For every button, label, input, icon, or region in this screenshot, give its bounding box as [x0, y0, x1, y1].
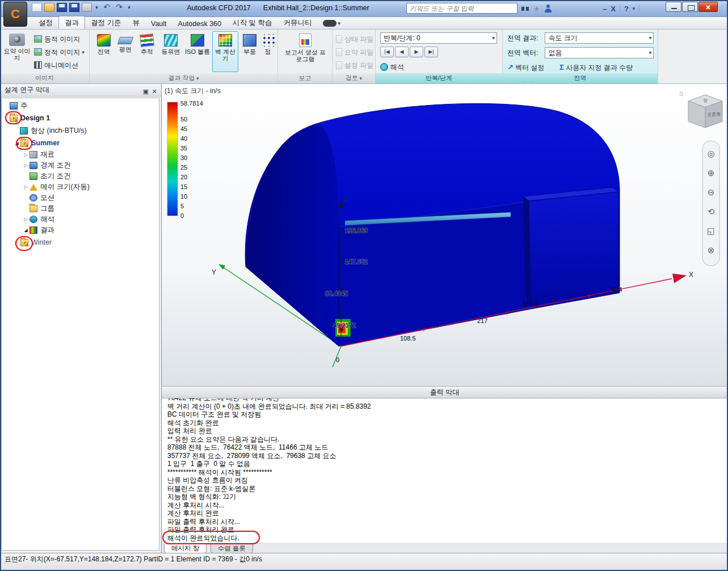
look-at-icon[interactable]: ◱	[707, 226, 715, 236]
global-results-button[interactable]: 전역	[93, 31, 115, 72]
chevron-down-icon[interactable]	[338, 18, 340, 29]
pan-icon[interactable]: ⊕	[708, 168, 715, 178]
step-back-icon[interactable]: ◀	[395, 47, 409, 57]
summary-image-button[interactable]: 요약 이미지	[2, 31, 32, 72]
wall-calculator-button[interactable]: 벽 계산기	[212, 31, 238, 72]
open-file-icon[interactable]	[44, 3, 54, 12]
search-input[interactable]	[406, 3, 517, 14]
expand-arrow-icon[interactable]	[22, 184, 30, 190]
chevron-down-icon[interactable]	[82, 46, 85, 58]
tab-view[interactable]: 뷰	[127, 16, 145, 29]
output-line: *********** 해석이 시작됨 ***********	[167, 468, 728, 477]
solve-button[interactable]: 해석	[380, 61, 404, 72]
tab-setup[interactable]: 설정	[33, 16, 58, 29]
save-icon[interactable]	[57, 3, 67, 12]
chevron-down-icon[interactable]	[94, 3, 99, 12]
close-icon[interactable]: ✕	[152, 86, 157, 98]
tree-item-materials[interactable]: 재료	[2, 149, 159, 160]
tab-getting-started[interactable]: 시작 및 학습	[227, 16, 277, 29]
output-line: 357737 전체 요소, 278099 액체 요소, 79638 고체 요소	[167, 452, 728, 460]
pin-icon[interactable]: ▣	[143, 86, 149, 98]
group-label-review[interactable]: 검토	[333, 73, 375, 83]
expand-arrow-icon[interactable]	[22, 152, 30, 157]
expand-arrow-icon[interactable]	[22, 228, 30, 233]
custom-result-quantity-button[interactable]: 사용자 지정 결과 수량	[559, 61, 633, 73]
traces-button[interactable]: 추적	[136, 31, 158, 72]
solve-icon	[30, 216, 37, 223]
redo-icon[interactable]	[114, 3, 124, 12]
iteration-step-dropdown[interactable]: 반복/단계: 0	[380, 32, 497, 43]
summary-file-button: 요약 파일	[336, 46, 373, 57]
report-generator-button[interactable]: 보고서 생성 프로그램	[283, 31, 328, 72]
cloud-icon[interactable]	[323, 20, 336, 27]
toolbar-overflow-icon[interactable]	[127, 3, 132, 12]
maximize-button[interactable]	[682, 2, 698, 12]
isosurfaces-button[interactable]: 등위면	[158, 31, 184, 72]
dynamic-image-button[interactable]: 동적 이미지	[34, 33, 80, 44]
orbit-icon[interactable]: ⟲	[708, 207, 715, 216]
tree-item-design1[interactable]: Design 1	[2, 112, 159, 124]
parts-button[interactable]: 부품	[239, 31, 260, 72]
tab-results[interactable]: 결과	[58, 16, 85, 29]
isovolumes-button[interactable]: ISO 볼륨	[184, 31, 211, 72]
favorites-star-icon[interactable]	[533, 3, 540, 14]
tree-item-mesh-size[interactable]: 메쉬 크기(자동)	[2, 182, 159, 192]
tab-decision-center[interactable]: 결정 기준	[85, 16, 127, 29]
expand-arrow-icon[interactable]	[13, 141, 20, 146]
search-icon[interactable]	[521, 5, 530, 12]
close-button[interactable]	[698, 2, 718, 12]
output-line: 계산 후처리 시작...	[167, 501, 728, 510]
group-label-result-tasks[interactable]: 결과 작업	[90, 73, 277, 83]
help-icon[interactable]: ?	[624, 5, 629, 13]
steering-wheel-icon[interactable]: ◎	[707, 149, 714, 158]
tree-item-summer[interactable]: Summer	[2, 137, 159, 149]
tree-item-boundary-conditions[interactable]: 경계 조건	[2, 160, 159, 171]
global-vector-dropdown[interactable]: 없음	[545, 47, 654, 58]
motion-icon[interactable]: ⊗	[708, 245, 715, 255]
tree-item-main[interactable]: 주	[2, 99, 159, 112]
vector-settings-button[interactable]: 벡터 설정	[507, 61, 545, 73]
new-file-icon[interactable]	[32, 3, 42, 12]
output-line: 해석이 완료되었습니다.	[167, 534, 728, 543]
expand-arrow-icon[interactable]	[22, 163, 30, 168]
tree-item-initial-conditions[interactable]: 초기 조건	[2, 171, 159, 182]
tree-item-geometry[interactable]: 형상 (inch-BTU/s)	[2, 124, 159, 137]
tab-community[interactable]: 커뮤니티	[277, 16, 317, 29]
expand-arrow-icon[interactable]	[13, 240, 20, 245]
global-result-dropdown[interactable]: 속도 크기	[545, 32, 654, 44]
tree-item-winter[interactable]: Winter	[2, 236, 159, 249]
chevron-down-icon[interactable]	[633, 3, 636, 14]
static-image-button[interactable]: 정적 이미지	[34, 46, 85, 57]
home-icon[interactable]: ⌂	[679, 89, 683, 97]
zoom-icon[interactable]: ⊖	[708, 187, 715, 197]
viewport-3d[interactable]: (1) 속도 크기 - in/s 58.7814 50 45 40 35 30 …	[162, 84, 728, 386]
animation-button[interactable]: 애니메이션	[34, 59, 78, 70]
app-logo[interactable]: C	[3, 2, 27, 27]
svg-text:20: 20	[180, 174, 187, 180]
skip-to-end-icon[interactable]: ▶|	[424, 47, 438, 57]
svg-text:49.2172: 49.2172	[333, 322, 356, 329]
minimize-infocenter-icon[interactable]: –	[603, 5, 607, 13]
tab-vault[interactable]: Vault	[145, 18, 172, 29]
expand-arrow-icon[interactable]	[22, 217, 30, 222]
undo-icon[interactable]	[102, 3, 112, 12]
skip-to-start-icon[interactable]: |◀	[380, 47, 394, 57]
save-all-icon[interactable]	[69, 3, 79, 12]
output-bar-header[interactable]: 출력 막대	[162, 386, 728, 398]
print-icon[interactable]	[82, 3, 92, 12]
points-button[interactable]: 점	[260, 31, 276, 72]
output-log[interactable]: 76422 유체 노드에 대한 벽 거리 계산벽 거리 계산이 (0 + 0)초…	[162, 398, 728, 543]
exchange-apps-icon[interactable]: X	[611, 5, 616, 13]
tree-item-solve[interactable]: 해석	[2, 214, 159, 225]
tree-item-motion[interactable]: 모션	[2, 192, 159, 203]
planes-button[interactable]: 평면	[115, 31, 136, 72]
tab-autodesk360[interactable]: Autodesk 360	[172, 18, 227, 29]
play-icon[interactable]: ▶	[410, 47, 423, 57]
tree-item-results[interactable]: 결과	[2, 225, 159, 236]
divider	[639, 5, 639, 12]
tree-item-groups[interactable]: 그룹	[2, 203, 159, 214]
tab-message-window[interactable]: 메시지 창	[164, 544, 207, 553]
tab-convergence-plot[interactable]: 수렴 플롯	[211, 544, 253, 553]
minimize-button[interactable]	[666, 2, 681, 12]
sign-in-user-icon[interactable]	[544, 4, 553, 13]
